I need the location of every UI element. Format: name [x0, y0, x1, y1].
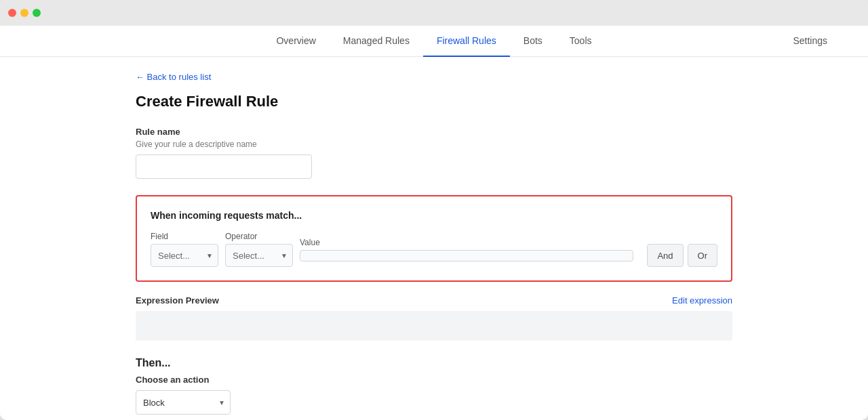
nav-item-overview[interactable]: Overview: [262, 26, 329, 57]
condition-row: Field Select... ▼ Operator: [151, 232, 717, 267]
rule-name-label: Rule name: [136, 127, 732, 137]
close-button[interactable]: [8, 9, 16, 17]
expression-preview-label: Expression Preview: [136, 295, 219, 306]
action-select[interactable]: Block Allow Challenge JS Challenge Log: [136, 390, 231, 415]
nav-item-managed-rules[interactable]: Managed Rules: [330, 26, 423, 57]
field-label: Field: [151, 232, 218, 241]
then-title: Then...: [136, 357, 732, 369]
maximize-button[interactable]: [33, 9, 41, 17]
action-label: Choose an action: [136, 375, 732, 385]
expression-preview-box: [136, 311, 732, 341]
top-nav: Overview Managed Rules Firewall Rules Bo…: [0, 26, 868, 57]
and-or-container: And Or: [647, 244, 717, 267]
field-select-wrapper: Select... ▼: [151, 244, 218, 267]
expression-preview-header: Expression Preview Edit expression: [136, 295, 732, 306]
rule-name-hint: Give your rule a descriptive name: [136, 140, 732, 149]
traffic-lights: [8, 9, 41, 17]
nav-item-settings[interactable]: Settings: [779, 26, 841, 57]
value-input[interactable]: [300, 250, 633, 261]
rule-name-section: Rule name Give your rule a descriptive n…: [136, 127, 732, 179]
nav-item-tools[interactable]: Tools: [556, 26, 606, 57]
rule-name-input[interactable]: [136, 154, 312, 179]
minimize-button[interactable]: [20, 9, 28, 17]
value-group: Value: [300, 238, 633, 261]
operator-select-wrapper: Select... ▼: [225, 244, 293, 267]
nav-item-firewall-rules[interactable]: Firewall Rules: [423, 26, 510, 57]
operator-select[interactable]: Select...: [225, 244, 293, 267]
operator-label: Operator: [225, 232, 293, 241]
and-button[interactable]: And: [647, 244, 683, 267]
field-select[interactable]: Select...: [151, 244, 218, 267]
edit-expression-link[interactable]: Edit expression: [672, 295, 732, 306]
field-group: Field Select... ▼: [151, 232, 218, 267]
action-select-wrapper: Block Allow Challenge JS Challenge Log ▼: [136, 390, 231, 415]
page-content: ← Back to rules list Create Firewall Rul…: [0, 57, 868, 420]
titlebar: [0, 0, 868, 26]
page-title: Create Firewall Rule: [136, 93, 732, 110]
then-section: Then... Choose an action Block Allow Cha…: [136, 357, 732, 415]
or-button[interactable]: Or: [688, 244, 717, 267]
back-link[interactable]: ← Back to rules list: [136, 72, 211, 82]
conditions-title: When incoming requests match...: [151, 210, 717, 221]
operator-group: Operator Select... ▼: [225, 232, 293, 267]
main-content: Overview Managed Rules Firewall Rules Bo…: [0, 26, 868, 420]
nav-items: Overview Managed Rules Firewall Rules Bo…: [27, 26, 841, 56]
expression-preview-section: Expression Preview Edit expression: [136, 295, 732, 341]
nav-item-bots[interactable]: Bots: [510, 26, 556, 57]
conditions-box: When incoming requests match... Field Se…: [136, 195, 732, 282]
value-label: Value: [300, 238, 633, 247]
